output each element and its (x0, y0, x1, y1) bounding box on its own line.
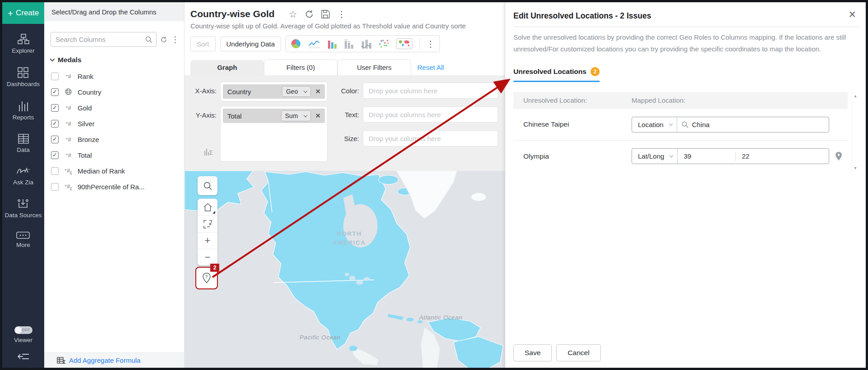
checkbox[interactable]: ✓ (51, 167, 59, 175)
chart-type-switcher: ⋮ (286, 35, 440, 52)
checkbox[interactable]: ✓ (51, 183, 59, 191)
axis-panel: X-Axis: Country Geo ✕ Y-Axis: (185, 75, 505, 171)
sort-button[interactable]: Sort (190, 37, 216, 51)
search-columns-box (51, 32, 157, 47)
geo-type-icon (63, 88, 73, 96)
field-row-gold[interactable]: ✓ ⁺# Gold (44, 100, 184, 116)
field-row-silver[interactable]: ✓ ⁺# Silver (44, 116, 184, 132)
medals-group-toggle[interactable]: Medals (44, 47, 184, 66)
data-sources-icon (17, 198, 29, 209)
checkbox[interactable]: ✓ (51, 104, 59, 112)
map-zoom-in-button[interactable]: + (198, 232, 217, 249)
data-table-icon (18, 134, 29, 144)
map-canvas[interactable]: NORTH AMERICA Atlantic Ocean Pacific Oce… (185, 171, 505, 368)
report-main: Country-wise Gold ☆ ⋮ Country-wise split… (185, 2, 505, 368)
x-axis-dropzone[interactable]: Country Geo ✕ (220, 82, 328, 101)
sidebar-item-more[interactable]: More (16, 232, 30, 249)
latitude-input[interactable] (678, 152, 735, 160)
sum-aggregate-dropdown[interactable]: Sum (281, 110, 311, 121)
map-search-button[interactable] (198, 176, 217, 195)
collapse-sidebar-button[interactable] (18, 352, 29, 361)
scatter-chart-icon[interactable] (379, 39, 389, 49)
x-axis-chip[interactable]: Country Geo ✕ (223, 84, 325, 99)
columns-panel-header: Select/Drag and Drop the Columns (44, 2, 184, 21)
map-zoom-extent-button[interactable] (198, 215, 217, 232)
field-row-rank[interactable]: ✓ ⁺# Rank (44, 69, 184, 84)
viewer-toggle[interactable]: OFF (14, 326, 32, 334)
tab-filters[interactable]: Filters (0) (264, 59, 337, 75)
tab-graph[interactable]: Graph (190, 60, 264, 75)
tab-user-filters[interactable]: User Filters (337, 59, 411, 75)
close-icon[interactable]: × (849, 9, 856, 21)
mapped-location-input[interactable] (692, 121, 796, 128)
map-zoom-out-button[interactable]: − (198, 249, 217, 265)
field-row-bronze[interactable]: ✓ ⁺# Bronze (44, 132, 184, 147)
color-dropzone[interactable]: Drop your column here (363, 82, 498, 99)
checkbox[interactable]: ✓ (51, 88, 59, 96)
report-tabs: Graph Filters (0) User Filters Reset All (185, 52, 505, 75)
save-button[interactable]: Save (513, 344, 552, 361)
numeric-type-icon: ⁺# (63, 152, 73, 159)
underlying-data-button[interactable]: Underlying Data (220, 37, 282, 51)
favorite-star-icon[interactable]: ☆ (289, 9, 297, 19)
columns-more-menu-icon[interactable]: ⋮ (171, 34, 180, 45)
location-pin-question-icon: ? (202, 273, 211, 283)
remove-x-field-icon[interactable]: ✕ (314, 87, 322, 96)
geo-mode-dropdown[interactable]: Location (632, 117, 677, 132)
search-columns-input[interactable] (55, 36, 145, 43)
plus-icon: + (8, 9, 13, 18)
pick-on-map-pin-icon[interactable] (835, 152, 842, 161)
stacked-bar-chart-icon[interactable] (344, 39, 354, 49)
sidebar-item-ask-zia[interactable]: Ask Zia (13, 166, 33, 187)
mapped-location-control: Lat/Long (632, 148, 829, 164)
longitude-input[interactable] (736, 152, 794, 160)
location-row-olympia: Olympia Lat/Long (513, 141, 848, 172)
panel-description: Solve the unresolved locations by provid… (513, 32, 859, 55)
refresh-columns-icon[interactable] (161, 36, 167, 44)
add-aggregate-formula-button[interactable]: Σ Add Aggregate Formula (44, 352, 184, 368)
refresh-report-icon[interactable] (305, 10, 314, 18)
atlantic-ocean-label: Atlantic Ocean (419, 314, 462, 321)
scroll-up-icon[interactable]: ▲ (854, 94, 858, 98)
checkbox[interactable]: ✓ (51, 136, 59, 143)
create-button[interactable]: + Create (2, 2, 44, 24)
y-axis-dropzone[interactable]: Total Sum ✕ (220, 106, 328, 162)
sidebar-item-reports[interactable]: Reports (13, 100, 34, 122)
sidebar-item-explorer[interactable]: Explorer (12, 34, 34, 55)
sidebar-item-data-sources[interactable]: Data Sources (5, 198, 42, 219)
field-row-total[interactable]: ✓ ⁺# Total (44, 147, 184, 163)
field-row-90th-percentile[interactable]: ✓ ⁺#Σ 90thPercentile of Ra... (44, 179, 184, 195)
line-chart-icon[interactable] (308, 39, 321, 48)
field-row-median-of-rank[interactable]: ✓ ⁺#Σ Median of Rank (44, 163, 184, 179)
geo-role-dropdown[interactable]: Geo (282, 86, 311, 97)
geo-mode-dropdown[interactable]: Lat/Long (632, 149, 677, 164)
combo-chart-icon[interactable] (361, 39, 372, 49)
size-label: Size: (338, 135, 359, 142)
more-icon (16, 232, 30, 239)
map-home-button[interactable] (198, 199, 217, 215)
unresolved-count-badge: 2 (210, 264, 219, 272)
remove-y-field-icon[interactable]: ✕ (314, 112, 322, 120)
cancel-button[interactable]: Cancel (556, 344, 600, 361)
checkbox[interactable]: ✓ (51, 73, 59, 80)
field-row-country[interactable]: ✓ Country (44, 84, 184, 100)
bar-chart-icon[interactable] (328, 39, 337, 49)
size-dropzone[interactable]: Drop your columns here (363, 130, 498, 146)
sidebar-item-dashboards[interactable]: Dashboards (7, 67, 40, 88)
x-axis-label: X-Axis: (190, 82, 217, 95)
chart-types-more-icon[interactable]: ⋮ (426, 39, 435, 49)
reset-all-link[interactable]: Reset All (417, 64, 444, 71)
text-dropzone[interactable]: Drop your columns here (363, 106, 498, 123)
save-icon[interactable] (321, 10, 330, 18)
scroll-down-icon[interactable]: ▼ (854, 166, 858, 170)
y-axis-chip[interactable]: Total Sum ✕ (223, 109, 325, 123)
checkbox[interactable]: ✓ (51, 120, 59, 128)
pie-chart-icon[interactable] (291, 38, 301, 49)
map-chart-icon-selected[interactable] (396, 38, 412, 49)
sidebar-item-data[interactable]: Data (17, 134, 30, 154)
report-more-menu-icon[interactable]: ⋮ (337, 9, 346, 19)
unresolved-locations-button[interactable]: ? 2 (196, 268, 217, 288)
checkbox[interactable]: ✓ (51, 151, 59, 159)
tab-unresolved-locations[interactable]: Unresolved Locations 2 (513, 67, 600, 82)
sidebar-item-label: Viewer (14, 337, 32, 344)
